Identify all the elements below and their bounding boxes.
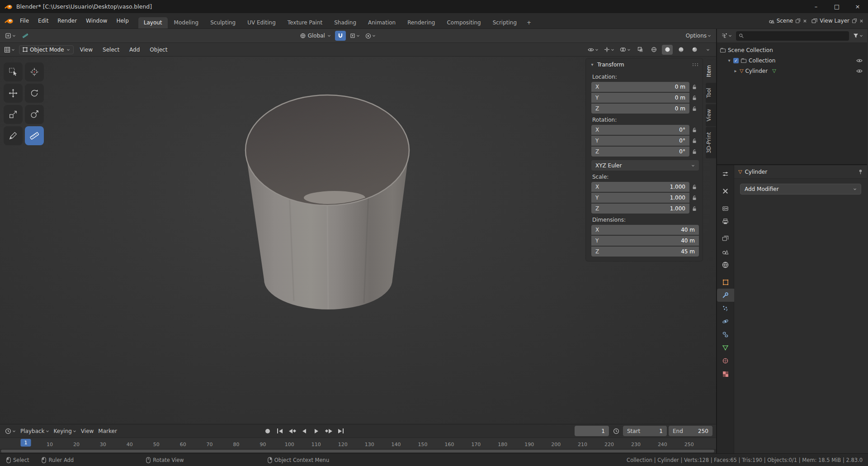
- menu-object[interactable]: Object: [146, 47, 171, 53]
- tab-texture-properties[interactable]: [717, 367, 734, 380]
- tab-world-properties[interactable]: [717, 258, 734, 271]
- snap-settings-dropdown[interactable]: [349, 31, 361, 41]
- lock-open-icon[interactable]: [689, 184, 699, 190]
- gizmos-dropdown[interactable]: [603, 45, 616, 55]
- mode-dropdown[interactable]: Object Mode: [19, 45, 74, 54]
- cursor-tool-button[interactable]: [25, 62, 44, 81]
- tab-tool-properties[interactable]: [717, 185, 734, 198]
- prev-keyframe-button[interactable]: [287, 426, 297, 437]
- auto-keyframe-button[interactable]: [263, 426, 273, 437]
- menu-render[interactable]: Render: [53, 13, 81, 29]
- options-dropdown[interactable]: Options: [684, 31, 712, 41]
- shading-wireframe-button[interactable]: [648, 45, 659, 55]
- shading-material-button[interactable]: [675, 45, 686, 55]
- tab-modeling[interactable]: Modeling: [169, 17, 204, 29]
- outliner-row-cylinder[interactable]: ▸ ▽ Cylinder ▽: [720, 66, 865, 76]
- annotate-tool-button[interactable]: [4, 126, 23, 145]
- tab-sculpting[interactable]: Sculpting: [205, 17, 241, 29]
- sidebar-tab-item[interactable]: Item: [706, 60, 716, 82]
- editor-type-selector[interactable]: [3, 45, 16, 55]
- sidebar-tab-view[interactable]: View: [706, 104, 716, 126]
- lock-open-icon[interactable]: [689, 106, 699, 111]
- lock-open-icon[interactable]: [689, 95, 699, 100]
- menu-view[interactable]: View: [76, 47, 96, 53]
- tab-particle-properties[interactable]: [717, 302, 734, 315]
- new-scene-icon[interactable]: [795, 18, 801, 24]
- tab-output-properties[interactable]: [717, 215, 734, 228]
- scrollbar-thumb[interactable]: [1, 450, 714, 452]
- next-keyframe-button[interactable]: [324, 426, 334, 437]
- outliner-editor-selector[interactable]: [720, 31, 733, 41]
- transform-tool-button[interactable]: [25, 105, 44, 124]
- pin-icon[interactable]: [858, 169, 863, 175]
- add-workspace-button[interactable]: +: [523, 18, 535, 29]
- minimize-button[interactable]: –: [806, 0, 826, 13]
- rotation-z-field[interactable]: Z0°: [591, 147, 689, 157]
- outliner-filter-dropdown[interactable]: [852, 31, 864, 41]
- dimensions-y-field[interactable]: Y40 m: [591, 236, 699, 246]
- expand-icon[interactable]: ▾: [727, 58, 731, 63]
- scene-selector[interactable]: Scene: [769, 18, 807, 24]
- timeline-scrollbar[interactable]: [0, 449, 716, 453]
- menu-add[interactable]: Add: [126, 47, 143, 53]
- properties-editor-selector[interactable]: [717, 167, 734, 181]
- current-frame-field[interactable]: 1: [575, 426, 609, 436]
- menu-playback[interactable]: Playback: [19, 426, 51, 436]
- lock-open-icon[interactable]: [689, 206, 699, 211]
- panel-grip-icon[interactable]: [692, 63, 698, 67]
- tab-scene-properties[interactable]: [717, 245, 734, 258]
- visibility-dropdown[interactable]: [586, 45, 600, 55]
- lock-open-icon[interactable]: [689, 195, 699, 200]
- new-view-layer-icon[interactable]: [852, 18, 857, 24]
- panel-collapse-icon[interactable]: ▾: [590, 62, 594, 67]
- xray-toggle[interactable]: [635, 45, 646, 55]
- scale-y-field[interactable]: Y1.000: [591, 193, 689, 203]
- play-button[interactable]: [311, 426, 322, 437]
- outliner-search[interactable]: [736, 31, 849, 41]
- frame-end-field[interactable]: End 250: [669, 426, 712, 436]
- hide-in-viewport-icon[interactable]: [856, 69, 863, 73]
- transform-orientation-dropdown[interactable]: Global: [299, 31, 332, 41]
- menu-select[interactable]: Select: [99, 47, 123, 53]
- measure-tool-header-icon[interactable]: [20, 31, 31, 41]
- sidebar-tab-3d-print[interactable]: 3D-Print: [706, 127, 716, 158]
- timeline-ruler[interactable]: 1 10203040506070809010011012013014015016…: [0, 437, 716, 449]
- rotation-y-field[interactable]: Y0°: [591, 136, 689, 146]
- tab-physics-properties[interactable]: [717, 315, 734, 328]
- tab-object-data-properties[interactable]: [717, 341, 734, 354]
- scale-x-field[interactable]: X1.000: [591, 182, 689, 192]
- tab-modifier-properties[interactable]: [717, 289, 734, 302]
- add-modifier-dropdown[interactable]: Add Modifier: [740, 184, 861, 195]
- hide-in-viewport-icon[interactable]: [856, 58, 863, 63]
- shading-rendered-button[interactable]: [689, 45, 700, 55]
- scale-z-field[interactable]: Z1.000: [591, 204, 689, 214]
- tab-uv-editing[interactable]: UV Editing: [242, 17, 281, 29]
- tab-material-properties[interactable]: [717, 354, 734, 367]
- frame-start-field[interactable]: Start 1: [623, 426, 667, 436]
- location-y-field[interactable]: Y0 m: [591, 93, 689, 103]
- lock-open-icon[interactable]: [689, 127, 699, 133]
- menu-help[interactable]: Help: [112, 13, 133, 29]
- view-layer-selector[interactable]: View Layer: [811, 18, 863, 24]
- timeline-editor-selector[interactable]: [4, 426, 17, 436]
- tab-render-properties[interactable]: [717, 202, 734, 215]
- location-x-field[interactable]: X0 m: [591, 82, 689, 92]
- measure-tool-button[interactable]: [25, 126, 44, 145]
- dimensions-x-field[interactable]: X40 m: [591, 225, 699, 235]
- search-input[interactable]: [746, 33, 846, 39]
- tab-shading[interactable]: Shading: [329, 17, 362, 29]
- scale-tool-button[interactable]: [4, 105, 23, 124]
- sidebar-tab-tool[interactable]: Tool: [706, 83, 716, 103]
- tab-texture-paint[interactable]: Texture Paint: [282, 17, 328, 29]
- blender-menu-icon[interactable]: [5, 18, 14, 24]
- tab-animation[interactable]: Animation: [363, 17, 401, 29]
- delete-scene-icon[interactable]: [803, 19, 807, 23]
- tab-rendering[interactable]: Rendering: [402, 17, 440, 29]
- menu-keying[interactable]: Keying: [52, 426, 78, 436]
- lock-open-icon[interactable]: [689, 84, 699, 90]
- move-tool-button[interactable]: [4, 84, 23, 103]
- select-box-tool-button[interactable]: [4, 62, 23, 81]
- play-reverse-button[interactable]: [299, 426, 310, 437]
- expand-icon[interactable]: ▸: [733, 68, 738, 73]
- maximize-button[interactable]: □: [826, 0, 847, 13]
